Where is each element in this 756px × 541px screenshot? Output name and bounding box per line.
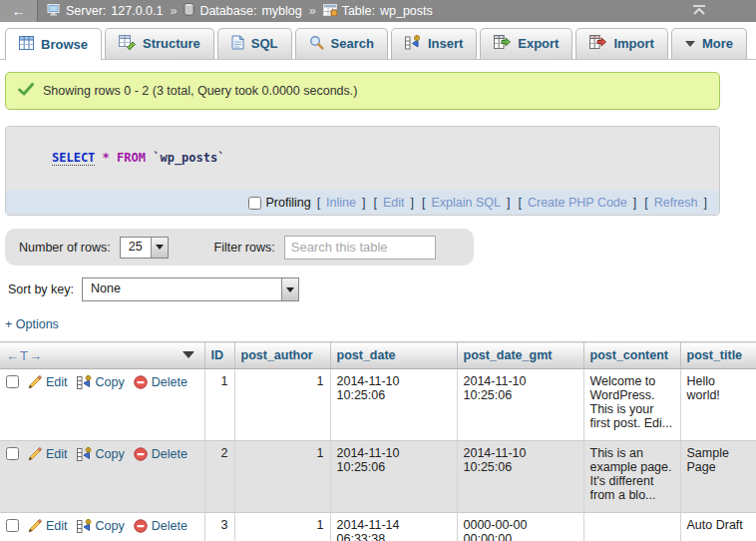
row-actions-header[interactable]: ←T→	[0, 342, 204, 369]
filter-rows-label: Filter rows:	[214, 241, 275, 255]
inline-link[interactable]: Inline	[326, 196, 356, 210]
breadcrumb: Server: 127.0.0.1 » Database: myblog » T…	[38, 3, 433, 19]
tab-label: Export	[518, 36, 559, 51]
sql-table-name: `wp_posts`	[153, 151, 224, 165]
pencil-icon	[28, 519, 42, 533]
row-checkbox[interactable]	[6, 519, 19, 532]
tab-label: Import	[613, 36, 653, 51]
copy-row-link[interactable]: Copy	[77, 375, 125, 389]
create-php-code-link[interactable]: Create PHP Code	[528, 196, 627, 210]
row-checkbox[interactable]	[6, 375, 19, 388]
copy-icon	[77, 447, 92, 461]
breadcrumb-separator: »	[170, 4, 177, 18]
breadcrumb-database[interactable]: Database: myblog	[199, 4, 301, 18]
delete-row-link[interactable]: Delete	[134, 447, 188, 461]
bracket: [	[644, 196, 647, 210]
delete-row-link[interactable]: Delete	[134, 519, 188, 533]
table-icon	[323, 4, 337, 19]
number-of-rows-select[interactable]: 25	[120, 237, 169, 259]
tab-search[interactable]: Search	[295, 28, 388, 59]
cell-id[interactable]: 1	[204, 369, 234, 441]
bracket: ]	[362, 196, 365, 210]
edit-row-link[interactable]: Edit	[28, 375, 68, 389]
import-icon	[589, 35, 606, 52]
column-header-post-date[interactable]: post_date	[330, 342, 457, 369]
sort-by-key-select[interactable]: None	[82, 277, 299, 301]
bracket: [	[317, 196, 320, 210]
sort-by-key-label: Sort by key:	[8, 282, 74, 296]
options-toggle-link[interactable]: + Options	[5, 317, 59, 331]
bracket: [	[518, 196, 521, 210]
tab-browse[interactable]: Browse	[5, 28, 102, 60]
cell-post-title[interactable]: Hello world!	[680, 369, 756, 441]
cell-post-author[interactable]: 1	[234, 441, 330, 513]
back-arrow-icon: ←	[12, 3, 26, 19]
chevron-down-icon[interactable]	[183, 351, 194, 358]
cell-post-date-gmt[interactable]: 0000-00-00 00:00:00	[457, 513, 583, 541]
tab-label: Insert	[428, 36, 463, 51]
profiling-checkbox[interactable]	[248, 197, 261, 210]
delete-row-link[interactable]: Delete	[134, 375, 188, 389]
row-actions-cell: EditCopyDelete	[0, 441, 204, 513]
cell-post-date[interactable]: 2014-11-10 10:25:06	[330, 369, 457, 441]
refresh-link[interactable]: Refresh	[654, 196, 698, 210]
cell-post-title[interactable]: Sample Page	[680, 441, 756, 513]
results-table: ←T→ ID post_author post_date post_date_g…	[0, 341, 756, 541]
collapse-panel-icon[interactable]	[690, 4, 708, 19]
tab-import[interactable]: Import	[575, 28, 667, 59]
tab-structure[interactable]: Structure	[105, 28, 214, 59]
edit-row-link[interactable]: Edit	[28, 447, 68, 461]
tab-label: SQL	[251, 36, 278, 51]
tab-label: More	[702, 36, 733, 51]
cell-post-content[interactable]	[583, 513, 680, 541]
edit-query-link[interactable]: Edit	[383, 196, 405, 210]
cell-post-content[interactable]: Welcome to WordPress. This is your first…	[583, 369, 680, 441]
delete-icon	[134, 447, 148, 461]
tab-more[interactable]: More	[671, 28, 747, 59]
column-header-post-content[interactable]: post_content	[583, 342, 680, 369]
column-header-post-author[interactable]: post_author	[234, 342, 330, 369]
column-header-post-title[interactable]: post_title	[680, 342, 756, 369]
column-header-id[interactable]: ID	[204, 342, 234, 369]
status-message: Showing rows 0 - 2 (3 total, Query took …	[5, 72, 720, 110]
cell-post-date[interactable]: 2014-11-10 10:25:06	[330, 441, 457, 513]
cell-post-author[interactable]: 1	[234, 369, 330, 441]
bracket: ]	[507, 196, 510, 210]
cell-post-date-gmt[interactable]: 2014-11-10 10:25:06	[457, 441, 583, 513]
sql-keyword-select[interactable]: SELECT	[52, 151, 95, 166]
query-options-bar: Profiling [Inline] [Edit] [Explain SQL] …	[6, 191, 719, 215]
status-message-text: Showing rows 0 - 2 (3 total, Query took …	[43, 84, 357, 98]
table-row: EditCopyDelete 1 1 2014-11-10 10:25:06 2…	[0, 369, 756, 441]
cell-post-date-gmt[interactable]: 2014-11-10 10:25:06	[457, 369, 583, 441]
pencil-icon	[28, 375, 42, 389]
cell-post-content[interactable]: This is an example page. It's different …	[583, 441, 680, 513]
breadcrumb-table[interactable]: Table: wp_posts	[342, 4, 433, 18]
database-icon	[184, 3, 194, 19]
breadcrumb-bar: ← Server: 127.0.0.1 » Database: myblog »…	[0, 0, 756, 22]
explain-sql-link[interactable]: Explain SQL	[431, 196, 500, 210]
bracket: ]	[633, 196, 636, 210]
sql-icon	[231, 35, 244, 53]
breadcrumb-server[interactable]: Server: 127.0.0.1	[66, 4, 163, 18]
cell-id[interactable]: 3	[204, 513, 234, 541]
tab-insert[interactable]: Insert	[391, 28, 477, 59]
cell-post-title[interactable]: Auto Draft	[680, 513, 756, 541]
cell-post-author[interactable]: 1	[234, 513, 330, 541]
tab-label: Browse	[41, 37, 88, 52]
row-checkbox[interactable]	[6, 447, 19, 460]
sql-star: *	[103, 151, 110, 165]
pencil-icon	[28, 447, 42, 461]
edit-row-link[interactable]: Edit	[28, 519, 68, 533]
cell-id[interactable]: 2	[204, 441, 234, 513]
cell-post-date[interactable]: 2014-11-14 06:33:38	[330, 513, 457, 541]
tab-export[interactable]: Export	[480, 28, 572, 59]
copy-row-link[interactable]: Copy	[77, 447, 125, 461]
column-header-post-date-gmt[interactable]: post_date_gmt	[457, 342, 583, 369]
back-button[interactable]: ←	[0, 0, 38, 22]
transpose-arrows[interactable]: ←T→	[6, 348, 43, 363]
filter-rows-input[interactable]	[284, 236, 436, 260]
copy-row-link[interactable]: Copy	[77, 519, 125, 533]
server-icon	[47, 4, 61, 19]
row-actions-cell: EditCopyDelete	[0, 513, 204, 541]
tab-sql[interactable]: SQL	[217, 28, 292, 59]
